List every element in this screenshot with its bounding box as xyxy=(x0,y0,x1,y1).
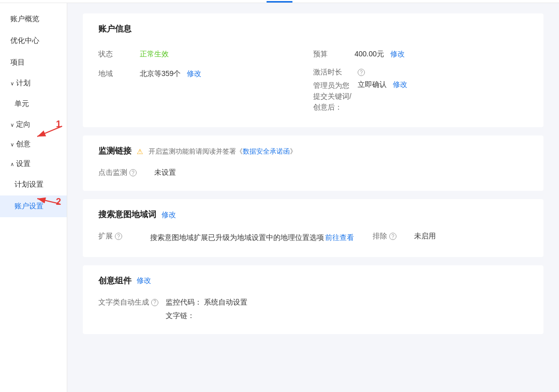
region-col: 地域 北京等359个 修改 xyxy=(98,64,313,117)
sidebar-group-orientation[interactable]: ∨ 定向 xyxy=(0,115,67,134)
chevron-icon-orientation: ∨ xyxy=(10,122,14,128)
search-intent-header: 搜索意图地域词 修改 xyxy=(98,209,528,220)
chevron-icon-settings: ∧ xyxy=(10,161,14,167)
admin-label: 管理员为您提交关键词/创意后： xyxy=(313,80,355,113)
click-monitor-label: 点击监测 xyxy=(98,168,127,177)
exclude-label-wrapper: 排除 ? xyxy=(373,232,414,241)
text-chain-label: 文字链： xyxy=(166,311,195,320)
admin-value-wrapper: 立即确认 修改 xyxy=(358,80,528,89)
search-intent-edit-link[interactable]: 修改 xyxy=(161,210,176,220)
status-label: 状态 xyxy=(98,48,140,59)
sidebar-item-unit[interactable]: 单元 xyxy=(0,93,67,115)
warning-icon: ⚠ xyxy=(137,147,143,156)
expand-link[interactable]: 前往查看 xyxy=(325,233,354,242)
auto-gen-label: 文字类自动生成 xyxy=(98,298,149,307)
creative-header: 创意组件 修改 xyxy=(98,276,528,287)
status-value: 正常生效 xyxy=(140,48,313,59)
auto-gen-help-icon[interactable]: ? xyxy=(151,299,158,306)
monitor-title: 监测链接 xyxy=(98,146,131,157)
auto-gen-value-wrapper: 监控代码： 系统自动设置 文字链： xyxy=(166,298,528,321)
click-monitor-help-icon[interactable]: ? xyxy=(129,169,137,176)
search-intent-section: 搜索意图地域词 修改 扩展 ? 搜索意图地域扩展已升级为地域设置中的地理位置选项… xyxy=(83,199,543,257)
account-info-section: 账户信息 状态 正常生效 预算 400.00元 修改 xyxy=(83,13,543,127)
monitoring-section: 监测链接 ⚠ 开启监测功能前请阅读并签署《数据安全承诺函》 点击监测 ? 未设置 xyxy=(83,135,543,191)
expand-value: 搜索意图地域扩展已升级为地域设置中的地理位置选项前往查看 xyxy=(150,232,373,243)
activation-help-icon[interactable]: ? xyxy=(358,69,365,76)
sidebar-group-orientation-label: 定向 xyxy=(16,120,31,129)
region-edit-link[interactable]: 修改 xyxy=(187,69,201,78)
sidebar-group-settings[interactable]: ∧ 设置 xyxy=(0,154,67,174)
monitor-code-value: 系统自动设置 xyxy=(204,298,247,306)
auto-gen-row: 文字类自动生成 ? 监控代码： 系统自动设置 文字链： xyxy=(98,295,528,324)
account-info-grid: 状态 正常生效 预算 400.00元 修改 地域 xyxy=(98,44,528,117)
sidebar-item-account-overview[interactable]: 账户概览 xyxy=(0,8,67,30)
admin-value: 立即确认 xyxy=(358,80,387,88)
auto-gen-label-wrapper: 文字类自动生成 ? xyxy=(98,298,166,307)
main-content: 账户信息 状态 正常生效 预算 400.00元 修改 xyxy=(67,3,559,392)
creative-edit-link[interactable]: 修改 xyxy=(137,276,151,285)
admin-edit-link[interactable]: 修改 xyxy=(393,80,407,88)
region-label: 地域 xyxy=(98,68,140,79)
click-monitor-value: 未设置 xyxy=(154,168,176,177)
chevron-icon: ∨ xyxy=(10,81,14,86)
expand-label: 扩展 xyxy=(98,232,113,241)
monitor-header: 监测链接 ⚠ 开启监测功能前请阅读并签署《数据安全承诺函》 xyxy=(98,146,528,157)
search-intent-title: 搜索意图地域词 xyxy=(98,209,156,220)
sidebar-group-settings-label: 设置 xyxy=(16,159,31,169)
exclude-col: 排除 ? 未启用 xyxy=(373,232,528,241)
sidebar-group-creative-label: 创意 xyxy=(16,140,31,149)
click-monitor-row: 点击监测 ? 未设置 xyxy=(98,165,528,180)
activation-admin-col: 激活时长 ? 管理员为您提交关键词/创意后： 立即确认 修改 xyxy=(313,64,528,117)
account-info-title: 账户信息 xyxy=(98,24,528,35)
sidebar: 账户概览 优化中心 项目 ∨ 计划 单元 ∨ 定向 ∨ 创意 ∧ 设置 计划设置… xyxy=(0,3,67,392)
data-security-link[interactable]: 数据安全承诺函 xyxy=(243,147,290,155)
sidebar-item-account-settings[interactable]: 账户设置 xyxy=(0,195,67,217)
exclude-label: 排除 xyxy=(373,232,387,241)
region-text: 北京等359个 xyxy=(140,69,181,78)
budget-amount: 400.00元 xyxy=(355,50,384,58)
budget-value: 400.00元 修改 xyxy=(355,48,528,59)
sidebar-group-plan-label: 计划 xyxy=(16,79,31,88)
sidebar-group-creative[interactable]: ∨ 创意 xyxy=(0,134,67,154)
click-monitor-label-wrapper: 点击监测 ? xyxy=(98,168,150,177)
monitor-code-label: 监控代码： xyxy=(166,298,202,306)
exclude-help-icon[interactable]: ? xyxy=(389,233,396,240)
budget-col: 预算 400.00元 修改 xyxy=(313,44,528,64)
creative-component-section: 创意组件 修改 文字类自动生成 ? 监控代码： 系统自动设置 文字链 xyxy=(83,265,543,334)
expand-help-icon[interactable]: ? xyxy=(115,233,122,240)
sidebar-item-project[interactable]: 项目 xyxy=(0,52,67,73)
sidebar-item-optimize-center[interactable]: 优化中心 xyxy=(0,30,67,52)
warning-text: 开启监测功能前请阅读并签署《数据安全承诺函》 xyxy=(149,147,297,156)
expand-label-wrapper: 扩展 ? xyxy=(98,232,150,241)
creative-component-title: 创意组件 xyxy=(98,276,131,287)
monitor-code-row: 监控代码： 系统自动设置 xyxy=(166,298,528,307)
region-value: 北京等359个 修改 xyxy=(140,68,313,79)
budget-label: 预算 xyxy=(313,48,355,59)
budget-edit-link[interactable]: 修改 xyxy=(390,50,405,58)
activation-label: 激活时长 xyxy=(313,68,355,77)
chevron-icon-creative: ∨ xyxy=(10,142,14,147)
text-chain-row: 文字链： xyxy=(166,311,528,321)
status-col: 状态 正常生效 xyxy=(98,44,313,64)
sidebar-group-plan[interactable]: ∨ 计划 xyxy=(0,73,67,93)
expand-row: 扩展 ? 搜索意图地域扩展已升级为地域设置中的地理位置选项前往查看 排除 ? 未… xyxy=(98,229,528,246)
exclude-value: 未启用 xyxy=(414,232,436,241)
sidebar-item-plan-settings[interactable]: 计划设置 xyxy=(0,174,67,195)
